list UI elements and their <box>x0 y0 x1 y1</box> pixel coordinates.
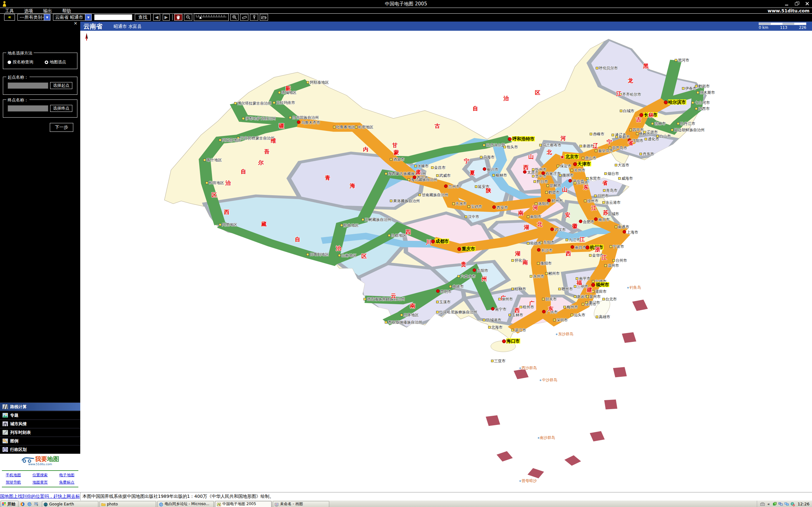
end-point-input[interactable] <box>8 105 48 112</box>
menu-item-工具[interactable]: 工具 <box>0 8 19 13</box>
close-button[interactable] <box>804 1 810 6</box>
radio-circle-icon[interactable] <box>8 60 11 64</box>
city-label[interactable]: 北海市 <box>488 325 503 330</box>
chevron-down-icon[interactable]: ▼ <box>44 14 50 20</box>
city-label[interactable]: 贵阳市 <box>473 268 488 274</box>
city-label[interactable]: 防城港市 <box>483 318 501 323</box>
city-label[interactable]: 山南地区 <box>338 253 357 258</box>
city-label[interactable]: 三亚市 <box>491 358 506 364</box>
city-label[interactable]: 南阳市 <box>527 214 542 220</box>
city-label[interactable]: 徐州市 <box>584 199 599 204</box>
collapse-sidebar-button[interactable]: « <box>4 14 15 20</box>
city-label[interactable]: 合肥市 <box>579 219 595 225</box>
radio-circle-icon[interactable] <box>45 60 48 64</box>
radio-地图选点[interactable]: 地图选点 <box>40 59 78 65</box>
city-label[interactable]: 台北市 <box>602 297 617 302</box>
sidebar-item-图例[interactable]: 图例 <box>0 437 80 445</box>
city-label[interactable]: 南昌市 <box>571 245 586 250</box>
marker-tool-button[interactable] <box>250 14 258 20</box>
city-label[interactable]: 泉州市 <box>586 294 601 299</box>
city-label[interactable]: 湛江市 <box>511 328 526 333</box>
city-label[interactable]: 乌兰察布市 <box>539 143 561 148</box>
city-label[interactable]: 西安市 <box>492 205 508 210</box>
major-city-label[interactable]: 哈尔滨市 <box>664 99 687 105</box>
slider-thumb[interactable] <box>199 16 202 19</box>
radio-按名称查询[interactable]: 按名称查询 <box>3 59 40 65</box>
promo-link-驾驶导航[interactable]: 驾驶导航 <box>0 479 27 486</box>
search-input[interactable] <box>94 14 132 20</box>
map-canvas[interactable]: 阿勒泰地区塔城地区克拉玛依市博尔塔拉蒙古自治州伊犁哈萨克自治州昌吉回族自治州乌鲁… <box>80 31 812 492</box>
city-label[interactable]: 德宏傣族景颇族自治州 <box>363 297 405 302</box>
city-label[interactable]: 赣州市 <box>558 286 573 292</box>
city-label[interactable]: 辽源市 <box>643 130 658 135</box>
city-label[interactable]: 石家庄市 <box>542 171 561 176</box>
promo-marquee-link[interactable]: 国地图上找到你的位置吗，赶快上网去标 <box>0 493 80 501</box>
city-label[interactable]: 伊犁哈萨克自治州 <box>242 116 275 121</box>
city-label[interactable]: 包头市 <box>503 145 518 150</box>
region-dropdown[interactable]: 云南省 昭通市 ▼ <box>53 14 92 20</box>
city-label[interactable]: 高雄市 <box>596 314 610 320</box>
next-step-button[interactable]: 下一步 <box>50 123 73 132</box>
start-button[interactable]: 开始 <box>1 501 18 507</box>
city-label[interactable]: 武汉市 <box>550 227 566 233</box>
city-label[interactable]: 汕头市 <box>571 313 585 318</box>
promo-link-手机地图[interactable]: 手机地图 <box>0 471 27 479</box>
city-label[interactable]: 阿勒泰地区 <box>306 80 328 85</box>
promo-link-地图黄页[interactable]: 地图黄页 <box>27 479 53 486</box>
city-label[interactable]: 深圳市 <box>553 318 568 323</box>
city-label[interactable]: 鹤岗市 <box>695 83 710 89</box>
city-label[interactable]: 白山市 <box>656 134 671 139</box>
city-label[interactable]: 伊春市 <box>682 86 697 91</box>
city-label[interactable]: 西双版纳傣族自治州 <box>385 320 422 325</box>
sidebar-item-城市风情[interactable]: 城市风情 <box>0 419 80 428</box>
city-label[interactable]: 白城市 <box>620 108 635 114</box>
city-label[interactable]: 阿里地区 <box>219 222 237 228</box>
city-label[interactable]: 兰州市 <box>444 184 460 189</box>
city-label[interactable]: 东营市 <box>586 176 601 181</box>
city-label[interactable]: 葫芦岛市 <box>609 146 627 151</box>
taskbar-task-photo[interactable]: photo <box>100 501 156 507</box>
category-dropdown[interactable]: ---所有类别--- ▼ <box>17 14 50 20</box>
promo-link-电子地图[interactable]: 电子地图 <box>53 471 80 479</box>
promo-link-免费标点[interactable]: 免费标点 <box>53 479 80 486</box>
city-label[interactable]: 衡水市 <box>559 173 573 178</box>
collapse-chevrons-icon[interactable]: « <box>766 502 771 506</box>
city-label[interactable]: 天水市 <box>452 201 467 207</box>
city-label[interactable]: 武威市 <box>436 173 451 178</box>
city-label[interactable]: 张掖市 <box>414 164 429 169</box>
major-city-label[interactable]: 成都市 <box>431 238 449 245</box>
city-label[interactable]: 昌都地区 <box>388 233 406 238</box>
city-label[interactable]: 岳阳市 <box>540 240 554 245</box>
city-label[interactable]: 承德市 <box>579 144 594 149</box>
minimize-button[interactable] <box>784 1 790 6</box>
promo-link-位置搜索[interactable]: 位置搜索 <box>27 471 53 479</box>
city-label[interactable]: 昆明市 <box>436 289 452 294</box>
city-label[interactable]: 大连市 <box>615 163 629 168</box>
sidebar-close-icon[interactable]: × <box>73 21 78 25</box>
choose-start-button[interactable]: 选择起点 <box>50 82 72 89</box>
city-label[interactable]: 丹东市 <box>640 152 654 157</box>
city-label[interactable]: 温州市 <box>604 263 619 268</box>
city-label[interactable]: 银川市 <box>483 167 498 172</box>
city-label[interactable]: 哈密地区 <box>355 124 373 130</box>
city-label[interactable]: 莆田市 <box>592 289 606 294</box>
city-label[interactable]: 乌鲁木齐市 <box>297 120 320 125</box>
city-label[interactable]: 沧州市 <box>571 168 585 173</box>
city-label[interactable]: 台州市 <box>612 258 627 263</box>
choose-end-button[interactable]: 选择终点 <box>50 105 72 112</box>
city-label[interactable]: 和田地区 <box>206 180 224 186</box>
sidebar-item-列车时刻表[interactable]: 列车时刻表 <box>0 428 80 437</box>
city-label[interactable]: 衡阳市 <box>537 261 552 266</box>
zoom-in-button[interactable] <box>230 14 239 20</box>
city-label[interactable]: 巴彦淖尔盟 <box>483 143 505 148</box>
city-label[interactable]: 郑州市 <box>547 199 563 204</box>
back-button[interactable]: ◀ <box>153 14 160 20</box>
city-label[interactable]: 赤峰市 <box>590 131 604 137</box>
city-label[interactable]: 邢台市 <box>534 179 548 184</box>
city-label[interactable]: 那曲地区 <box>340 223 359 228</box>
city-label[interactable]: 厦门市 <box>585 300 600 305</box>
city-label[interactable]: 巴音郭楞蒙古自治州 <box>237 135 274 141</box>
city-label[interactable]: 南通市 <box>615 224 629 230</box>
city-label[interactable]: 上海市 <box>623 230 638 235</box>
city-label[interactable]: 鹤壁市 <box>545 190 560 195</box>
